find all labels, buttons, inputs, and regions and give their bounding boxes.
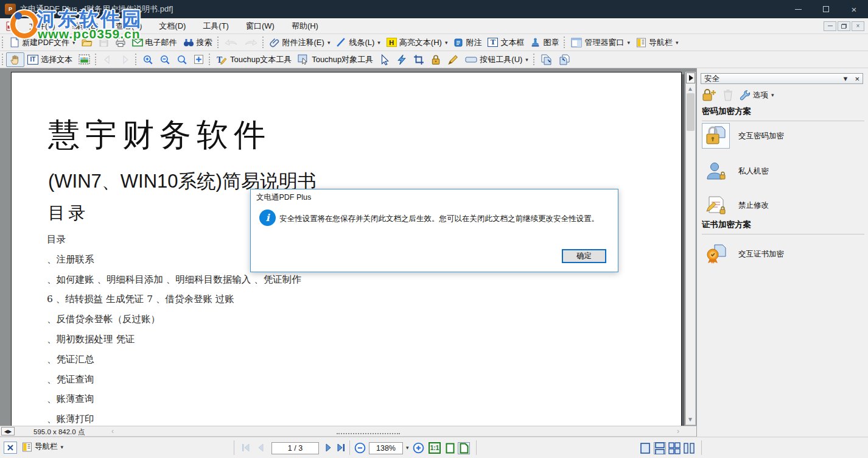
layout-single-page-button[interactable] — [639, 442, 651, 454]
textbox-button[interactable]: T 文本框 — [485, 36, 527, 49]
nav-panel-icon — [636, 38, 646, 48]
toc-line: 、期初数据处理 凭证 — [47, 329, 301, 350]
layout-facing-button[interactable] — [668, 442, 681, 454]
zoom-in-button[interactable] — [413, 442, 424, 454]
crop-tool-button[interactable] — [410, 53, 427, 66]
layout-continuous-button[interactable] — [654, 442, 666, 454]
close-navbar-button[interactable] — [4, 442, 17, 454]
select-image-button[interactable] — [75, 53, 93, 66]
open-button[interactable] — [79, 36, 96, 49]
menu-view[interactable]: 查看(V) — [107, 19, 150, 33]
touchup-text-icon: T — [216, 54, 228, 65]
attach-comment-button[interactable]: 附件注释(E)▾ — [267, 36, 334, 49]
print-button[interactable] — [112, 36, 129, 49]
layout-continuous-facing-button[interactable] — [683, 442, 695, 454]
scroll-right-arrow[interactable]: › — [677, 427, 679, 435]
new-pdf-label: 新建PDF文件 — [22, 37, 69, 48]
email-button[interactable]: 电子邮件 — [129, 36, 180, 49]
child-close-button[interactable]: × — [852, 21, 864, 31]
extract-pages-button[interactable] — [537, 53, 556, 66]
link-tool-button[interactable] — [393, 53, 410, 66]
toolbar-grip[interactable] — [2, 54, 3, 65]
child-restore-button[interactable] — [838, 21, 850, 31]
hand-tool-button[interactable] — [6, 52, 24, 67]
manager-window-label: 管理器窗口 — [584, 37, 624, 48]
menu-window[interactable]: 窗口(W) — [237, 19, 283, 33]
touchup-object-button[interactable]: Touchup对象工具 — [295, 53, 376, 66]
child-minimize-button[interactable] — [824, 21, 836, 31]
note-button[interactable]: 附注 — [450, 36, 485, 49]
scroll-left-arrow[interactable]: ‹ — [111, 427, 114, 435]
scheme-item-interactive-password[interactable]: 交互密码加密 — [702, 123, 864, 149]
scheme-item-no-modify[interactable]: 禁止修改 — [702, 192, 864, 218]
redo-icon — [244, 38, 257, 47]
security-tool-button[interactable] — [427, 53, 444, 66]
redo-button — [241, 37, 261, 48]
panel-options-button[interactable]: 选项 ▾ — [740, 90, 774, 100]
button-tool-button[interactable]: 按钮工具(U)▾ — [462, 53, 531, 66]
scheme-item-interactive-certificate[interactable]: 交互证书加密 — [702, 241, 864, 267]
menu-tools[interactable]: 工具(T) — [194, 19, 237, 33]
scheme-item-private[interactable]: 私人机密 — [702, 158, 864, 184]
window-close-button[interactable]: × — [840, 0, 868, 18]
panel-toggle-button[interactable] — [686, 72, 695, 83]
certificate-icon — [702, 241, 730, 267]
annotation-select-button[interactable] — [376, 53, 393, 66]
vertical-scrollbar[interactable]: ▲ ▼ — [685, 72, 696, 425]
line-tool-button[interactable]: 线条(L)▾ — [333, 36, 383, 49]
menu-document[interactable]: 文档(D) — [150, 19, 194, 33]
page-number-input[interactable]: 1 / 3 — [271, 442, 319, 454]
zoom-dropdown-button[interactable]: ▾ — [405, 445, 409, 451]
window-minimize-button[interactable] — [784, 0, 812, 18]
panel-close-button[interactable]: × — [855, 74, 859, 83]
search-button[interactable]: 搜索 — [180, 36, 215, 49]
menu-help[interactable]: 帮助(H) — [283, 19, 327, 33]
highlight-button[interactable]: H 高亮文本(H)▾ — [383, 36, 451, 49]
fit-width-button[interactable] — [458, 442, 470, 454]
zoom-level-input[interactable]: 138% — [369, 442, 403, 454]
toolbar-grip[interactable] — [2, 37, 3, 48]
zoom-out-tool-button[interactable] — [156, 53, 173, 66]
stamp-label: 图章 — [543, 37, 559, 48]
dialog-message: 安全性设置将在您保存并关闭此文档之后生效。您可以在关闭此文档之前继续更改安全性设… — [279, 214, 611, 224]
info-icon: i — [259, 210, 276, 226]
menu-file[interactable]: 文件(F) — [21, 19, 64, 33]
ok-button[interactable]: 确定 — [562, 249, 606, 263]
select-text-button[interactable]: IT 选择文本 — [24, 53, 75, 66]
zoom-to-button[interactable] — [191, 53, 207, 66]
scroll-up-arrow[interactable]: ▲ — [687, 85, 693, 92]
copy-page-out-icon — [541, 54, 553, 65]
manager-window-button[interactable]: 管理器窗口▾ — [568, 36, 633, 49]
toolbar-grip[interactable] — [217, 37, 219, 48]
toc-line: 、凭证查询 — [47, 370, 301, 390]
toolbar-grip[interactable] — [533, 54, 534, 65]
scrollbar-thumb[interactable] — [687, 93, 695, 131]
toolbar-grip[interactable] — [209, 54, 210, 65]
panel-menu-button[interactable]: ▼ — [842, 75, 849, 82]
actual-size-button[interactable]: 1:1 — [429, 442, 441, 454]
magnifier-button[interactable] — [173, 53, 191, 66]
window-maximize-button[interactable] — [812, 0, 840, 18]
scroll-down-arrow[interactable]: ▼ — [687, 416, 693, 423]
app-icon: P — [5, 4, 16, 15]
nav-panel-button[interactable]: 导航栏▾ — [633, 36, 682, 49]
toolbar-grip[interactable] — [564, 37, 565, 48]
next-page-button[interactable] — [324, 443, 334, 453]
fit-page-button[interactable] — [444, 442, 456, 454]
insert-pages-button[interactable] — [556, 53, 574, 66]
toolbar-grip[interactable] — [95, 54, 96, 65]
zoom-in-tool-button[interactable] — [139, 53, 156, 66]
touchup-text-button[interactable]: T Touchup文本工具 — [213, 53, 295, 66]
new-pdf-button[interactable]: 新建PDF文件▾ — [6, 36, 79, 49]
toolbar-grip[interactable] — [262, 37, 264, 48]
add-security-icon[interactable] — [702, 88, 716, 102]
stamp-button[interactable]: 图章 — [527, 36, 562, 49]
menu-edit[interactable]: 编辑(E) — [64, 19, 107, 33]
scheme-label: 禁止修改 — [738, 200, 769, 211]
last-page-button[interactable] — [336, 443, 346, 453]
statusbar-navpanel-button[interactable]: 导航栏 ▾ — [22, 442, 63, 452]
sign-tool-button[interactable] — [444, 53, 462, 66]
toolbar-grip[interactable] — [135, 54, 136, 65]
zoom-out-button[interactable] — [354, 442, 366, 454]
splitter-handle[interactable]: ◀▶ — [1, 427, 15, 435]
